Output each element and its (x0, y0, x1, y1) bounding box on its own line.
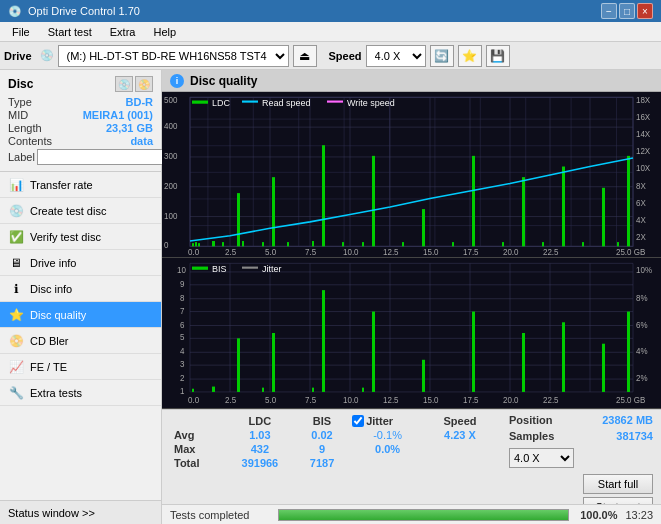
title-bar-controls: − □ × (601, 3, 653, 19)
disc-info-icon: ℹ (8, 281, 24, 297)
svg-text:10.0: 10.0 (343, 248, 359, 257)
avg-label: Avg (170, 428, 224, 442)
sidebar-item-label: FE / TE (30, 361, 67, 373)
max-jitter: 0.0% (348, 442, 427, 456)
create-test-disc-icon: 💿 (8, 203, 24, 219)
minimize-button[interactable]: − (601, 3, 617, 19)
svg-text:12.5: 12.5 (383, 394, 399, 404)
svg-text:300: 300 (164, 152, 178, 161)
svg-text:5.0: 5.0 (265, 248, 277, 257)
sidebar-item-fe-te[interactable]: 📈 FE / TE (0, 354, 161, 380)
refresh-button[interactable]: 🔄 (430, 45, 454, 67)
speed-output-select[interactable]: 4.0 X (509, 448, 574, 468)
disc-type-val: BD-R (126, 96, 154, 108)
svg-text:20.0: 20.0 (503, 394, 519, 404)
progress-area: Tests completed 100.0% 13:23 (162, 504, 661, 524)
close-button[interactable]: × (637, 3, 653, 19)
svg-rect-21 (195, 242, 197, 246)
svg-rect-114 (522, 333, 525, 392)
position-label: Position (509, 414, 552, 426)
max-bis: 9 (296, 442, 348, 456)
total-label: Total (170, 456, 224, 470)
sidebar-item-cd-bler[interactable]: 📀 CD Bler (0, 328, 161, 354)
save-button[interactable]: 💾 (486, 45, 510, 67)
svg-rect-25 (237, 193, 240, 246)
menu-help[interactable]: Help (145, 24, 184, 40)
svg-rect-111 (372, 312, 375, 392)
svg-rect-22 (198, 243, 200, 246)
maximize-button[interactable]: □ (619, 3, 635, 19)
sidebar-item-drive-info[interactable]: 🖥 Drive info (0, 250, 161, 276)
stats-avg-row: Avg 1.03 0.02 -0.1% 4.23 X (170, 428, 493, 442)
svg-text:20.0: 20.0 (503, 248, 519, 257)
drive-info-icon: 🖥 (8, 255, 24, 271)
svg-text:0.0: 0.0 (188, 394, 199, 404)
right-panel: i Disc quality (162, 70, 661, 524)
speed-select[interactable]: 4.0 X 1.0 X 2.0 X 6.0 X 8.0 X (366, 45, 426, 67)
chart-bis: BIS Jitter 1 2 3 4 5 6 7 8 9 10 10% (162, 258, 661, 409)
svg-rect-45 (617, 242, 619, 246)
samples-label: Samples (509, 430, 554, 442)
menu-extra[interactable]: Extra (102, 24, 144, 40)
svg-rect-36 (422, 209, 425, 246)
svg-text:25.0 GB: 25.0 GB (616, 394, 646, 404)
sidebar-item-label: Disc info (30, 283, 72, 295)
disc-icon-2[interactable]: 📀 (135, 76, 153, 92)
svg-text:2%: 2% (636, 373, 648, 383)
svg-text:6X: 6X (636, 199, 646, 208)
menu-start-test[interactable]: Start test (40, 24, 100, 40)
svg-rect-116 (602, 344, 605, 392)
total-bis: 7187 (296, 456, 348, 470)
drive-toolbar: Drive 💿 (M:) HL-DT-ST BD-RE WH16NS58 TST… (0, 42, 661, 70)
sidebar-item-disc-info[interactable]: ℹ Disc info (0, 276, 161, 302)
sidebar-item-disc-quality[interactable]: ⭐ Disc quality (0, 302, 161, 328)
svg-text:Read speed: Read speed (262, 98, 310, 108)
svg-rect-30 (312, 241, 314, 246)
status-window[interactable]: Status window >> (0, 500, 161, 524)
svg-text:4X: 4X (636, 216, 646, 225)
jitter-checkbox[interactable] (352, 415, 364, 427)
svg-text:6%: 6% (636, 319, 648, 329)
svg-rect-33 (362, 242, 364, 246)
eject-button[interactable]: ⏏ (293, 45, 317, 67)
drive-icon: 💿 (40, 49, 54, 62)
app-icon: 💿 (8, 5, 22, 18)
col-bis: BIS (296, 414, 348, 428)
svg-rect-29 (287, 242, 289, 246)
svg-text:500: 500 (164, 95, 178, 104)
svg-rect-113 (472, 312, 475, 392)
fe-te-icon: 📈 (8, 359, 24, 375)
progress-percent: 100.0% (577, 509, 617, 521)
svg-text:2.5: 2.5 (225, 394, 236, 404)
sidebar-item-extra-tests[interactable]: 🔧 Extra tests (0, 380, 161, 406)
sidebar-item-create-test-disc[interactable]: 💿 Create test disc (0, 198, 161, 224)
sidebar-item-label: Disc quality (30, 309, 86, 321)
svg-text:18X: 18X (636, 95, 651, 104)
svg-text:2X: 2X (636, 233, 646, 242)
svg-rect-107 (272, 333, 275, 392)
svg-text:Jitter: Jitter (262, 264, 281, 274)
col-ldc: LDC (224, 414, 296, 428)
avg-bis: 0.02 (296, 428, 348, 442)
sidebar-item-label: Create test disc (30, 205, 106, 217)
svg-text:7: 7 (180, 305, 185, 315)
svg-rect-104 (212, 387, 215, 392)
svg-text:LDC: LDC (212, 98, 230, 108)
svg-text:10: 10 (177, 265, 186, 275)
svg-rect-41 (542, 242, 544, 246)
svg-text:6: 6 (180, 319, 185, 329)
bookmark-button[interactable]: ⭐ (458, 45, 482, 67)
sidebar-item-label: Extra tests (30, 387, 82, 399)
col-speed: Speed (427, 414, 493, 428)
app-title: Opti Drive Control 1.70 (28, 5, 140, 17)
sidebar-item-transfer-rate[interactable]: 📊 Transfer rate (0, 172, 161, 198)
menu-file[interactable]: File (4, 24, 38, 40)
start-full-button[interactable]: Start full (583, 474, 653, 494)
sidebar-item-verify-test-disc[interactable]: ✅ Verify test disc (0, 224, 161, 250)
disc-label-input[interactable] (37, 149, 170, 165)
svg-text:15.0: 15.0 (423, 394, 439, 404)
jitter-label: Jitter (366, 415, 393, 427)
disc-icon-1[interactable]: 💿 (115, 76, 133, 92)
drive-select[interactable]: (M:) HL-DT-ST BD-RE WH16NS58 TST4 (58, 45, 289, 67)
svg-rect-42 (562, 167, 565, 247)
